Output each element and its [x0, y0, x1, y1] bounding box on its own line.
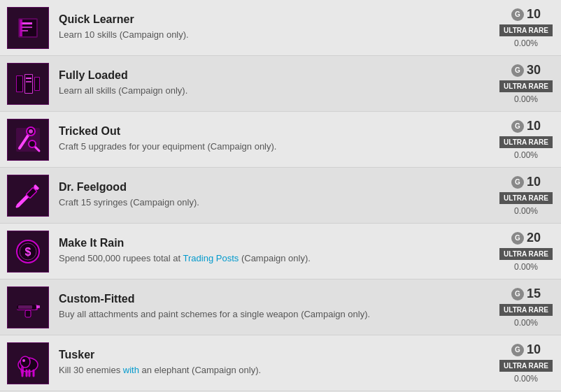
svg-rect-9	[25, 75, 32, 93]
rarity-percent-quick-learner: 0.00%	[514, 38, 538, 48]
points-value-fully-loaded: 30	[527, 63, 541, 78]
rarity-badge-custom-fitted: ULTRA RARE	[499, 304, 553, 316]
achievement-points-tusker: G 10	[511, 342, 541, 357]
achievement-icon-tricked-out	[7, 119, 49, 161]
rarity-percent-fully-loaded: 0.00%	[514, 94, 538, 104]
achievement-title-make-it-rain: Make It Rain	[59, 237, 491, 249]
svg-rect-7	[17, 76, 22, 92]
svg-point-34	[22, 359, 25, 362]
rarity-percent-make-it-rain: 0.00%	[514, 262, 538, 272]
svg-rect-29	[25, 310, 31, 317]
rarity-badge-tricked-out: ULTRA RARE	[499, 136, 553, 148]
achievement-desc-quick-learner: Learn 10 skills (Campaign only).	[59, 29, 491, 41]
achievement-right-custom-fitted: G 15 ULTRA RARE 0.00%	[498, 286, 554, 328]
achievement-row-custom-fitted: Custom-Fitted Buy all attachments and pa…	[0, 280, 561, 335]
g-icon-fully-loaded: G	[511, 64, 524, 77]
rarity-percent-custom-fitted: 0.00%	[514, 318, 538, 328]
rarity-percent-tusker: 0.00%	[514, 374, 538, 384]
achievement-info-fully-loaded: Fully Loaded Learn all skills (Campaign …	[59, 69, 491, 97]
points-value-tricked-out: 10	[527, 119, 541, 133]
rarity-badge-fully-loaded: ULTRA RARE	[499, 80, 553, 92]
achievement-title-custom-fitted: Custom-Fitted	[59, 293, 491, 305]
achievement-points-make-it-rain: G 20	[511, 231, 541, 245]
achievement-desc-fully-loaded: Learn all skills (Campaign only).	[59, 85, 491, 97]
achievement-icon-quick-learner	[7, 7, 49, 49]
achievement-info-custom-fitted: Custom-Fitted Buy all attachments and pa…	[59, 293, 491, 321]
achievement-icon-tusker	[7, 342, 49, 384]
rarity-badge-dr-feelgood: ULTRA RARE	[499, 192, 553, 204]
achievement-row-quick-learner: Quick Learner Learn 10 skills (Campaign …	[0, 0, 561, 56]
achievement-info-make-it-rain: Make It Rain Spend 500,000 rupees total …	[59, 237, 491, 265]
achievement-desc-tusker: Kill 30 enemies with an elephant (Campai…	[59, 364, 491, 377]
svg-rect-12	[26, 78, 31, 79]
achievement-right-quick-learner: G 10 ULTRA RARE 0.00%	[498, 7, 554, 48]
achievement-desc-dr-feelgood: Craft 15 syringes (Campaign only).	[59, 196, 491, 209]
achievement-right-tricked-out: G 10 ULTRA RARE 0.00%	[498, 119, 554, 160]
points-value-make-it-rain: 20	[527, 231, 541, 245]
rarity-percent-dr-feelgood: 0.00%	[514, 206, 538, 216]
achievement-row-dr-feelgood: Dr. Feelgood Craft 15 syringes (Campaign…	[0, 168, 561, 224]
achievement-list: Quick Learner Learn 10 skills (Campaign …	[0, 0, 561, 391]
achievement-right-fully-loaded: G 30 ULTRA RARE 0.00%	[498, 63, 554, 104]
g-icon-custom-fitted: G	[511, 288, 524, 300]
svg-text:$: $	[25, 246, 31, 258]
achievement-row-tusker: Tusker Kill 30 enemies with an elephant …	[0, 335, 561, 391]
achievement-info-quick-learner: Quick Learner Learn 10 skills (Campaign …	[59, 13, 491, 41]
achievement-row-make-it-rain: $ Make It Rain Spend 500,000 rupees tota…	[0, 224, 561, 280]
svg-rect-30	[36, 305, 40, 308]
points-value-custom-fitted: 15	[527, 286, 541, 301]
svg-rect-13	[26, 81, 31, 82]
rarity-badge-tusker: ULTRA RARE	[499, 360, 553, 372]
g-icon-make-it-rain: G	[511, 232, 524, 245]
achievement-right-dr-feelgood: G 10 ULTRA RARE 0.00%	[498, 175, 554, 216]
svg-rect-3	[21, 27, 32, 28]
svg-rect-22	[26, 187, 37, 198]
achievement-desc-tricked-out: Craft 5 upgrades for your equipment (Cam…	[59, 140, 491, 153]
rarity-badge-quick-learner: ULTRA RARE	[499, 24, 553, 36]
achievement-desc-make-it-rain: Spend 500,000 rupees total at Trading Po…	[59, 252, 491, 265]
achievement-points-tricked-out: G 10	[511, 119, 541, 133]
achievement-title-fully-loaded: Fully Loaded	[59, 69, 491, 82]
achievement-title-dr-feelgood: Dr. Feelgood	[59, 181, 491, 194]
achievement-points-custom-fitted: G 15	[511, 286, 541, 301]
points-value-dr-feelgood: 10	[527, 175, 541, 189]
achievement-points-fully-loaded: G 30	[511, 63, 541, 78]
achievement-row-tricked-out: Tricked Out Craft 5 upgrades for your eq…	[0, 112, 561, 168]
achievement-icon-fully-loaded	[7, 63, 49, 105]
svg-point-17	[29, 129, 33, 133]
achievement-title-quick-learner: Quick Learner	[59, 13, 491, 26]
achievement-icon-make-it-rain: $	[7, 231, 49, 273]
svg-rect-5	[20, 20, 22, 36]
achievement-points-dr-feelgood: G 10	[511, 175, 541, 189]
g-icon-tricked-out: G	[511, 120, 524, 133]
achievement-points-quick-learner: G 10	[511, 7, 541, 22]
g-icon-tusker: G	[511, 344, 524, 356]
rarity-percent-tricked-out: 0.00%	[514, 150, 538, 160]
g-icon-dr-feelgood: G	[511, 176, 524, 189]
achievement-title-tusker: Tusker	[59, 349, 491, 361]
achievement-info-tricked-out: Tricked Out Craft 5 upgrades for your eq…	[59, 125, 491, 153]
achievement-icon-custom-fitted	[7, 286, 49, 328]
achievement-icon-dr-feelgood	[7, 175, 49, 217]
svg-rect-11	[35, 78, 39, 90]
achievement-info-dr-feelgood: Dr. Feelgood Craft 15 syringes (Campaign…	[59, 181, 491, 209]
svg-rect-2	[21, 22, 32, 24]
svg-rect-31	[18, 305, 32, 309]
achievement-row-fully-loaded: Fully Loaded Learn all skills (Campaign …	[0, 56, 561, 112]
svg-point-19	[29, 140, 36, 147]
achievement-info-tusker: Tusker Kill 30 enemies with an elephant …	[59, 349, 491, 377]
achievement-right-make-it-rain: G 20 ULTRA RARE 0.00%	[498, 231, 554, 272]
points-value-quick-learner: 10	[527, 7, 541, 22]
achievement-title-tricked-out: Tricked Out	[59, 125, 491, 138]
g-icon-quick-learner: G	[511, 8, 524, 21]
points-value-tusker: 10	[527, 342, 541, 357]
achievement-right-tusker: G 10 ULTRA RARE 0.00%	[498, 342, 554, 384]
rarity-badge-make-it-rain: ULTRA RARE	[499, 248, 553, 260]
achievement-desc-custom-fitted: Buy all attachments and paint schemes fo…	[59, 308, 491, 321]
